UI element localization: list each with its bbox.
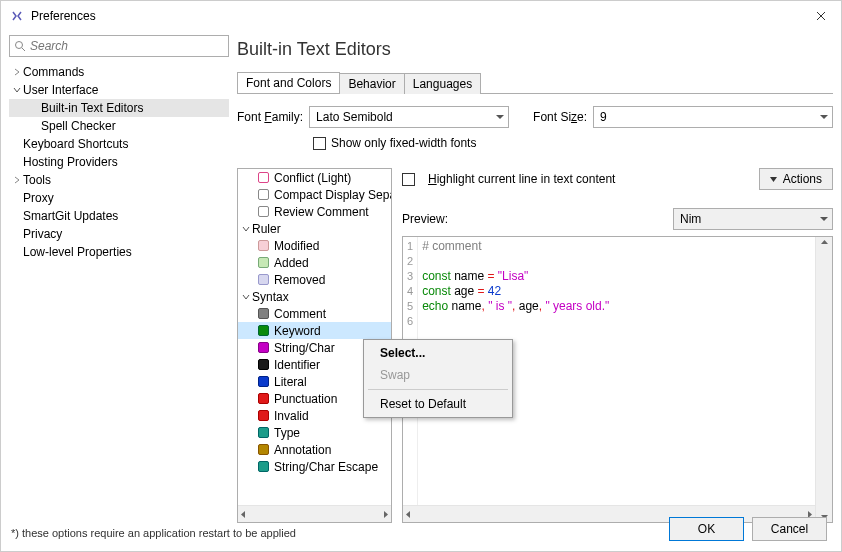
- category-item[interactable]: Review Comment: [238, 203, 391, 220]
- color-swatch: [258, 393, 269, 404]
- nav-item[interactable]: Tools: [9, 171, 229, 189]
- nav-item-label: Commands: [23, 63, 84, 81]
- category-label: Modified: [274, 239, 319, 253]
- left-panel: CommandsUser InterfaceBuilt-in Text Edit…: [9, 35, 229, 523]
- category-label: Ruler: [252, 222, 281, 236]
- category-item[interactable]: Compact Display Separator: [238, 186, 391, 203]
- tab[interactable]: Behavior: [339, 73, 404, 94]
- scroll-up-icon: [821, 239, 828, 246]
- close-button[interactable]: [801, 1, 841, 31]
- nav-item[interactable]: Built-in Text Editors: [9, 99, 229, 117]
- menu-item[interactable]: Select...: [366, 342, 510, 364]
- nav-item[interactable]: Proxy: [9, 189, 229, 207]
- category-item[interactable]: Type: [238, 424, 391, 441]
- nav-item-label: Spell Checker: [41, 117, 116, 135]
- footer-note: *) these options require an application …: [1, 519, 306, 547]
- fixed-width-label: Show only fixed-width fonts: [331, 136, 476, 150]
- search-input[interactable]: [30, 39, 224, 53]
- color-swatch: [258, 257, 269, 268]
- category-item[interactable]: Keyword: [238, 322, 391, 339]
- preview-label: Preview:: [402, 212, 448, 226]
- color-swatch: [258, 240, 269, 251]
- svg-point-0: [16, 42, 23, 49]
- chevron-down-icon: [240, 293, 252, 301]
- nav-item-label: Hosting Providers: [23, 153, 118, 171]
- category-label: Compact Display Separator: [274, 188, 391, 202]
- category-item[interactable]: Comment: [238, 305, 391, 322]
- category-label: Type: [274, 426, 300, 440]
- tab[interactable]: Font and Colors: [237, 72, 340, 93]
- category-item[interactable]: Removed: [238, 271, 391, 288]
- category-label: String/Char: [274, 341, 335, 355]
- actions-button[interactable]: Actions: [759, 168, 833, 190]
- nav-item[interactable]: SmartGit Updates: [9, 207, 229, 225]
- nav-item-label: Keyboard Shortcuts: [23, 135, 128, 153]
- font-family-label: Font Family:: [237, 110, 303, 124]
- search-icon: [14, 40, 26, 52]
- cancel-button[interactable]: Cancel: [752, 517, 827, 541]
- color-swatch: [258, 376, 269, 387]
- category-item[interactable]: Annotation: [238, 441, 391, 458]
- font-size-combo[interactable]: 9: [593, 106, 833, 128]
- fixed-width-checkbox[interactable]: [313, 137, 326, 150]
- app-logo-icon: [9, 8, 25, 24]
- window-title: Preferences: [31, 9, 801, 23]
- nav-item[interactable]: Low-level Properties: [9, 243, 229, 261]
- font-size-label: Font Size:: [533, 110, 587, 124]
- category-label: Added: [274, 256, 309, 270]
- category-item[interactable]: Added: [238, 254, 391, 271]
- color-swatch: [258, 359, 269, 370]
- category-label: String/Char Escape: [274, 460, 378, 474]
- nav-item[interactable]: Hosting Providers: [9, 153, 229, 171]
- highlight-line-label: Highlight current line in text content: [428, 172, 615, 186]
- menu-separator: [368, 389, 508, 390]
- titlebar: Preferences: [1, 1, 841, 31]
- nav-item[interactable]: Spell Checker: [9, 117, 229, 135]
- chevron-down-icon: [496, 115, 504, 120]
- nav-item-label: Built-in Text Editors: [41, 99, 144, 117]
- category-label: Review Comment: [274, 205, 369, 219]
- nav-item-label: User Interface: [23, 81, 98, 99]
- category-group[interactable]: Syntax: [238, 288, 391, 305]
- color-swatch: [258, 172, 269, 183]
- nav-tree: CommandsUser InterfaceBuilt-in Text Edit…: [9, 61, 229, 523]
- color-swatch: [258, 206, 269, 217]
- category-item[interactable]: Conflict (Light): [238, 169, 391, 186]
- category-label: Literal: [274, 375, 307, 389]
- nav-item-label: Tools: [23, 171, 51, 189]
- chevron-down-icon: [240, 225, 252, 233]
- footer-buttons: OK Cancel: [669, 517, 827, 541]
- highlight-line-checkbox[interactable]: [402, 173, 415, 186]
- color-swatch: [258, 274, 269, 285]
- font-family-combo[interactable]: Lato Semibold: [309, 106, 509, 128]
- nav-item-label: Low-level Properties: [23, 243, 132, 261]
- scroll-left-icon: [405, 511, 412, 518]
- scroll-right-icon: [382, 511, 389, 518]
- category-label: Invalid: [274, 409, 309, 423]
- color-swatch: [258, 342, 269, 353]
- nav-item[interactable]: Privacy: [9, 225, 229, 243]
- chevron-down-icon: [11, 86, 23, 94]
- category-label: Removed: [274, 273, 325, 287]
- color-swatch: [258, 325, 269, 336]
- nav-item[interactable]: Commands: [9, 63, 229, 81]
- context-menu: Select...SwapReset to Default: [363, 339, 513, 418]
- category-item[interactable]: Modified: [238, 237, 391, 254]
- ok-button[interactable]: OK: [669, 517, 744, 541]
- menu-item[interactable]: Reset to Default: [366, 393, 510, 415]
- search-box[interactable]: [9, 35, 229, 57]
- tab[interactable]: Languages: [404, 73, 481, 94]
- color-swatch: [258, 461, 269, 472]
- chevron-down-icon: [820, 217, 828, 222]
- nav-item[interactable]: User Interface: [9, 81, 229, 99]
- nav-item[interactable]: Keyboard Shortcuts: [9, 135, 229, 153]
- svg-line-1: [22, 48, 25, 51]
- category-label: Conflict (Light): [274, 171, 351, 185]
- vertical-scrollbar[interactable]: [815, 237, 832, 522]
- category-item[interactable]: String/Char Escape: [238, 458, 391, 475]
- category-label: Syntax: [252, 290, 289, 304]
- preview-language-combo[interactable]: Nim: [673, 208, 833, 230]
- category-group[interactable]: Ruler: [238, 220, 391, 237]
- category-label: Identifier: [274, 358, 320, 372]
- category-label: Annotation: [274, 443, 331, 457]
